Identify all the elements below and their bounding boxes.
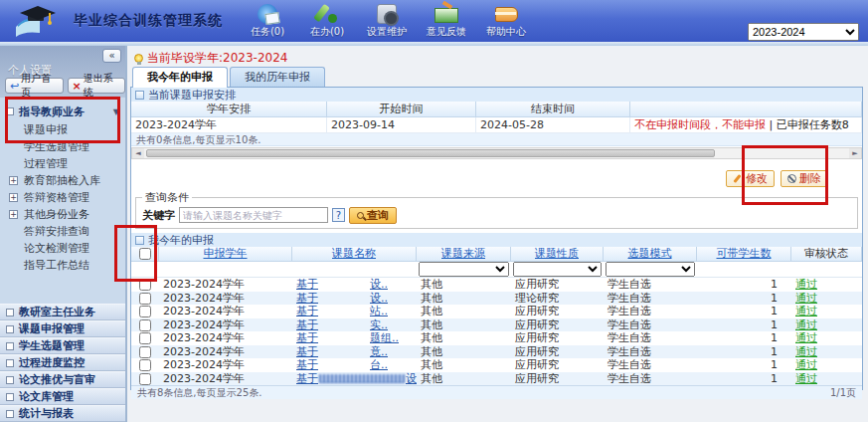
sidebar-item-student-topic[interactable]: 学生选题管理 <box>0 138 125 155</box>
expand-plus-icon[interactable]: + <box>9 210 18 219</box>
accordion-process-monitor[interactable]: 过程进度监控 <box>0 354 125 371</box>
logout-button[interactable]: ×退出系统 <box>68 78 126 94</box>
section-box-icon <box>6 107 14 115</box>
sort-topic-nature[interactable]: 课题性质 <box>535 247 579 260</box>
graduation-cap-logo <box>14 3 58 39</box>
status-pass-link[interactable]: 通过 <box>795 305 817 317</box>
nav-in-progress[interactable]: 在办(0) <box>301 2 353 39</box>
row-checkbox[interactable] <box>139 293 151 305</box>
sidebar-item-other-identity[interactable]: +其他身份业务 <box>0 206 125 223</box>
row-checkbox[interactable] <box>139 319 151 331</box>
status-pass-link[interactable]: 通过 <box>795 318 817 331</box>
nav-settings[interactable]: 设置维护 <box>361 2 413 39</box>
accordion-statistics-reports[interactable]: 统计与报表 <box>0 405 125 422</box>
top-header-bar: 毕业综合训练管理系统 任务(0) 在办(0) 设置维护 意见反馈 帮助中心 <box>0 0 868 42</box>
delete-button[interactable]: 删除 <box>781 170 828 187</box>
tab-history[interactable]: 我的历年申报 <box>230 67 325 88</box>
accordion-thesis-library[interactable]: 论文库管理 <box>0 388 125 405</box>
header-audit-status: 审核状态 <box>791 247 862 262</box>
status-pass-link[interactable]: 通过 <box>795 345 817 358</box>
declare-notice: 不在申报时间段，不能申报 | 已申报任务数8 <box>630 117 862 133</box>
sort-declare-year[interactable]: 申报学年 <box>204 247 248 260</box>
status-pass-link[interactable]: 通过 <box>795 278 817 291</box>
sidebar-menu: 指导教师业务 ▼ 课题申报 学生选题管理 过程管理 +教育部抽检入库 +答辩资格… <box>0 98 125 274</box>
topic-name-link[interactable]: 基于竟.. <box>292 345 417 359</box>
chevron-down-icon: ▼ <box>113 107 119 116</box>
filter-topic-mode[interactable] <box>606 262 695 277</box>
feedback-icon <box>434 2 459 24</box>
accordion-topic-declare-mgmt[interactable]: 课题申报管理 <box>0 320 125 337</box>
sidebar-collapse-button[interactable]: « <box>102 49 121 63</box>
declare-table-footer: 共有8条信息,每页显示25条. 1/1页 <box>131 385 862 399</box>
action-button-row: 修改 删除 <box>131 160 862 188</box>
search-button[interactable]: 查询 <box>349 207 397 224</box>
app-title: 毕业综合训练管理系统 <box>74 12 223 30</box>
search-icon <box>357 212 364 219</box>
row-checkbox[interactable] <box>139 373 151 385</box>
row-checkbox[interactable] <box>139 279 151 291</box>
accordion-student-topic-mgmt[interactable]: 学生选题管理 <box>0 337 125 354</box>
topic-name-link[interactable]: 基于实.. <box>292 318 417 332</box>
scroll-left-arrow[interactable]: ◄ <box>132 148 144 158</box>
scrollbar-thumb[interactable] <box>146 149 715 157</box>
sort-topic-name[interactable]: 课题名称 <box>332 247 376 260</box>
select-all-checkbox[interactable] <box>139 248 151 260</box>
topic-name-link[interactable]: 基于题组.. <box>292 331 417 345</box>
row-checkbox[interactable] <box>139 359 151 371</box>
sidebar-item-guidance-summary[interactable]: 指导工作总结 <box>0 257 125 274</box>
sort-student-count[interactable]: 可带学生数 <box>717 247 772 260</box>
accordion-thesis-review[interactable]: 论文推优与盲审 <box>0 371 125 388</box>
expand-plus-icon[interactable]: + <box>9 176 18 185</box>
table-row: 2023-2024学年 基于设.. 其他 应用研究 学生自选 1 通过 <box>131 372 862 386</box>
scroll-right-arrow[interactable]: ► <box>849 148 861 158</box>
sidebar-item-process-mgmt[interactable]: 过程管理 <box>0 155 125 172</box>
keyword-input[interactable] <box>179 207 328 223</box>
row-checkbox[interactable] <box>139 306 151 317</box>
schedule-footer: 共有0条信息,每页显示10条. <box>131 133 862 146</box>
top-nav: 任务(0) 在办(0) 设置维护 意见反馈 帮助中心 <box>242 2 532 39</box>
sidebar-item-thesis-check[interactable]: 论文检测管理 <box>0 240 125 257</box>
schedule-header-row: 学年安排 开始时间 结束时间 <box>131 102 862 117</box>
topic-name-link[interactable]: 基于设.. <box>292 278 417 292</box>
schedule-group-caption: 当前课题申报安排 <box>131 88 862 102</box>
academic-year-select[interactable]: 2023-2024 <box>748 23 859 41</box>
edit-button[interactable]: 修改 <box>726 170 775 187</box>
declare-header-row: 申报学年 课题名称 课题来源 课题性质 选题模式 可带学生数 审核状态 <box>131 247 862 262</box>
filter-topic-source[interactable] <box>419 262 509 277</box>
topic-name-link[interactable]: 基于台.. <box>292 358 417 372</box>
horizontal-scrollbar[interactable]: ◄ ► <box>131 147 862 159</box>
topic-name-link[interactable]: 基于站.. <box>292 305 417 318</box>
expand-plus-icon[interactable]: + <box>9 193 18 202</box>
topic-name-link[interactable]: 基于设.. <box>292 292 417 306</box>
sort-topic-source[interactable]: 课题来源 <box>441 247 485 260</box>
settings-icon <box>377 4 397 24</box>
sidebar: « 个人设置 ↩用户首页 ×退出系统 指导教师业务 ▼ 课题申报 学生选题管理 … <box>0 46 127 422</box>
tab-panel: 当前课题申报安排 学年安排 开始时间 结束时间 2023-2024学年 2023… <box>130 87 863 390</box>
user-home-button[interactable]: ↩用户首页 <box>5 78 64 94</box>
sidebar-user-panel: « 个人设置 ↩用户首页 ×退出系统 <box>0 46 125 98</box>
sidebar-item-defense-qualification[interactable]: +答辩资格管理 <box>0 189 125 206</box>
status-pass-link[interactable]: 通过 <box>795 372 817 385</box>
status-pass-link[interactable]: 通过 <box>795 331 817 344</box>
sort-topic-mode[interactable]: 选题模式 <box>628 247 672 260</box>
sidebar-item-moe-sampling[interactable]: +教育部抽检入库 <box>0 172 125 189</box>
sidebar-item-topic-declare[interactable]: 课题申报 <box>0 121 125 138</box>
status-pass-link[interactable]: 通过 <box>795 358 817 371</box>
row-checkbox[interactable] <box>139 346 151 358</box>
filter-row <box>131 262 862 278</box>
status-pass-link[interactable]: 通过 <box>795 292 817 305</box>
table-row: 2023-2024学年 基于竟.. 其他 应用研究 学生自选 1 通过 <box>131 345 862 359</box>
sidebar-section-teacher-business[interactable]: 指导教师业务 ▼ <box>0 102 125 121</box>
help-icon[interactable]: ? <box>332 208 345 222</box>
row-checkbox[interactable] <box>139 332 151 344</box>
sidebar-item-defense-schedule[interactable]: 答辩安排查询 <box>0 223 125 240</box>
nav-help-center[interactable]: 帮助中心 <box>480 2 532 39</box>
nav-feedback[interactable]: 意见反馈 <box>421 2 472 39</box>
nav-tasks[interactable]: 任务(0) <box>242 2 293 39</box>
tab-this-year[interactable]: 我今年的申报 <box>132 67 228 88</box>
accordion-office-director[interactable]: 教研室主任业务 <box>0 304 125 320</box>
sidebar-accordion-group: 教研室主任业务 课题申报管理 学生选题管理 过程进度监控 论文推优与盲审 论文库… <box>0 304 125 422</box>
filter-topic-nature[interactable] <box>513 262 602 277</box>
topic-name-link[interactable]: 基于设.. <box>292 372 417 386</box>
footer-page-indicator: 1/1页 <box>830 386 856 399</box>
